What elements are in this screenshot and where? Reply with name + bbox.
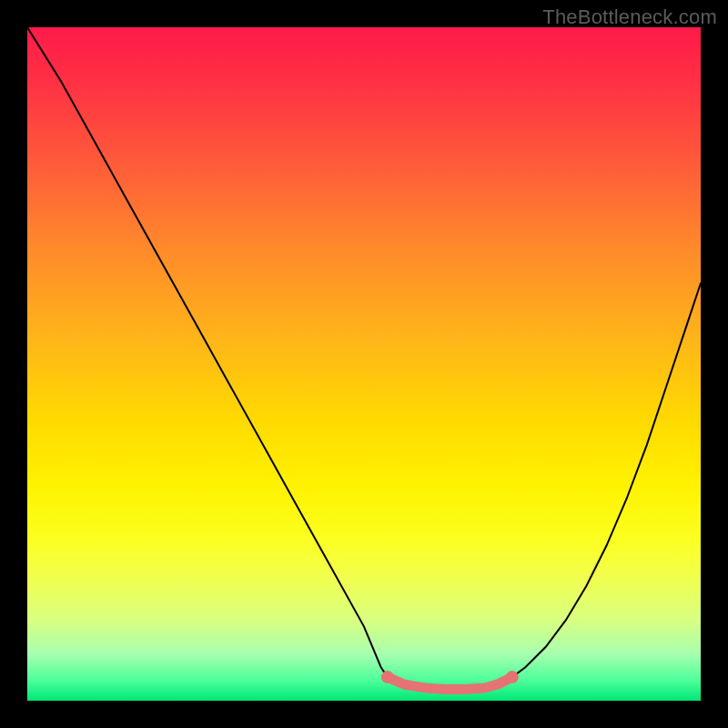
plot-area bbox=[27, 27, 701, 701]
floor-endpoint-left bbox=[381, 671, 394, 683]
watermark-text: TheBottleneck.com bbox=[542, 5, 717, 29]
bottleneck-curve-right bbox=[512, 283, 701, 677]
floor-endpoint-right bbox=[506, 671, 519, 683]
chart-svg bbox=[27, 27, 701, 701]
chart-root: TheBottleneck.com bbox=[0, 0, 728, 728]
bottleneck-curve-left bbox=[27, 27, 388, 677]
floor-marker bbox=[388, 677, 512, 689]
